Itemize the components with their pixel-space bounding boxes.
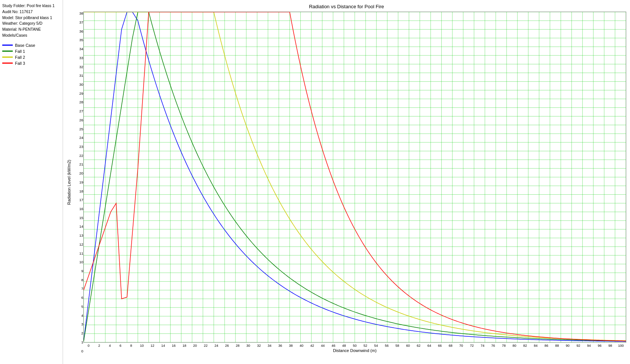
legend-item-fall2: Fall 2: [2, 55, 60, 60]
study-folder-label: Study Folder: Pool fire klass 1: [2, 3, 60, 9]
legend-line-fall2: [2, 57, 13, 58]
plot-canvas: [84, 12, 626, 342]
chart-with-axes: 0123456789101112131415161718192021222324…: [73, 12, 626, 353]
legend-line-fall1: [2, 51, 13, 52]
legend-item-base-case: Base Case: [2, 43, 60, 48]
model-label: Model: Stor pölbrand klass 1: [2, 15, 60, 21]
material-label: Material: N-PENTANE: [2, 27, 60, 33]
legend-line-fall3: [2, 63, 13, 64]
weather-label: Weather: Category 5/D: [2, 21, 60, 27]
chart-area: Radiation vs Distance for Pool Fire Radi…: [63, 0, 630, 364]
audit-no-label: Audit No: 117617: [2, 9, 60, 15]
legend-label-fall3: Fall 3: [15, 61, 25, 66]
legend-item-fall1: Fall 1: [2, 49, 60, 54]
legend: Base Case Fall 1 Fall 2 Fall 3: [2, 43, 60, 66]
models-cases-label: Models/Cases: [2, 33, 60, 39]
plot-area-wrapper: 0123456789101112131415161718192021222324…: [73, 12, 626, 353]
legend-label-base-case: Base Case: [15, 43, 35, 48]
y-axis-label: Radiation Level (kW/m2): [67, 12, 71, 353]
plot-canvas-wrap: [83, 12, 626, 343]
y-labels: 0123456789101112131415161718192021222324…: [73, 12, 83, 353]
x-axis-label: Distance Downwind (m): [83, 348, 626, 353]
legend-label-fall2: Fall 2: [15, 55, 25, 60]
x-labels: 0246810121416182022242628303234363840424…: [83, 343, 626, 348]
legend-item-fall3: Fall 3: [2, 61, 60, 66]
legend-label-fall1: Fall 1: [15, 49, 25, 54]
plot-and-x: 0246810121416182022242628303234363840424…: [83, 12, 626, 353]
sidebar: Study Folder: Pool fire klass 1 Audit No…: [0, 0, 63, 364]
chart-title: Radiation vs Distance for Pool Fire: [67, 4, 626, 9]
chart-container: Radiation Level (kW/m2) 0123456789101112…: [67, 12, 626, 353]
legend-line-base-case: [2, 45, 13, 46]
info-block: Study Folder: Pool fire klass 1 Audit No…: [2, 3, 60, 39]
